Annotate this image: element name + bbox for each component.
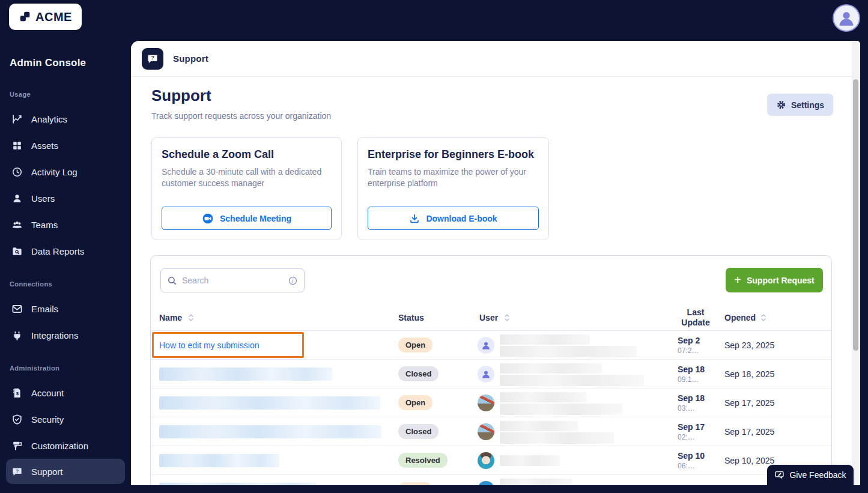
give-feedback-button[interactable]: Give Feedback [767,465,854,485]
scrollbar-track[interactable] [852,41,860,485]
sidebar-item-label: Activity Log [31,167,77,177]
main-panel: ? Support Support Track support requests… [131,41,860,485]
column-header-status[interactable]: Status [398,313,424,322]
person-avatar [478,337,494,354]
search-box [160,268,305,292]
table-header-row: Name Status User Last Update Opened [151,304,831,331]
request-name-link[interactable]: How to edit my submission [159,340,259,350]
sidebar-item-support[interactable]: ? Support [6,459,125,484]
table-row[interactable]: Resolved Sep 10 06:… Sep 10, 2025 [151,446,831,475]
sidebar-item-customization[interactable]: Customization [0,432,131,459]
users-icon [11,192,23,204]
settings-button[interactable]: Settings [767,94,833,116]
download-icon [409,213,420,224]
acme-logo[interactable]: ACME [9,4,82,30]
redacted-user-text [500,404,623,415]
redacted-name-text [159,454,279,467]
bridge-photo-avatar [478,423,494,440]
status-badge: Open [398,482,432,486]
sidebar-item-users[interactable]: Users [0,185,131,211]
sort-icon[interactable] [504,313,510,322]
last-update-time: 07:2… [678,346,714,355]
sidebar-item-data-reports[interactable]: Data Reports [0,238,131,264]
video-camera-icon [202,213,214,225]
plus-icon: + [734,274,741,286]
redacted-user-text [500,375,644,386]
redacted-user-text [500,479,572,485]
plug-icon [11,329,23,341]
settings-label: Settings [791,100,824,110]
sidebar-item-label: Support [31,467,63,477]
puzzle-blocks-icon [19,10,32,23]
scrollbar-thumb[interactable] [853,79,858,351]
schedule-meeting-button[interactable]: Schedule Meeting [162,207,332,230]
sidebar-item-label: Integrations [31,330,78,340]
table-row[interactable]: Closed Sep 17 02:… Sep 17, 2025 [151,417,831,446]
sort-icon[interactable] [760,313,766,322]
last-update-time: 03:… [678,404,714,413]
sort-icon[interactable] [188,313,194,322]
sidebar-item-label: Users [31,193,55,204]
column-header-opened[interactable]: Opened [724,313,756,322]
feedback-label: Give Feedback [789,470,846,480]
info-icon[interactable] [288,276,298,286]
status-badge: Open [398,337,432,352]
search-icon [167,276,177,286]
analytics-icon [11,113,23,125]
sidebar-item-security[interactable]: Security [0,406,131,432]
sidebar-item-label: Analytics [31,114,67,124]
redacted-name-text [159,396,380,410]
status-badge: Resolved [398,453,448,468]
shield-icon [11,413,23,425]
sidebar-item-assets[interactable]: Assets [0,132,131,159]
page-topbar: ? Support [131,41,860,77]
button-label: Download E-book [426,214,497,223]
sidebar-item-label: Customization [31,441,88,451]
activity-log-icon [11,166,23,178]
woman-cartoon-avatar [478,452,494,469]
sidebar-item-account[interactable]: $ Account [0,380,131,406]
person-avatar-blue [478,481,494,485]
billing-icon: $ [11,387,23,399]
redacted-name-text [159,425,381,438]
page-subtitle: Track support requests across your organ… [151,111,331,121]
sidebar-item-analytics[interactable]: Analytics [0,106,131,132]
sidebar-item-teams[interactable]: Teams [0,211,131,238]
topbar-title: Support [173,53,208,64]
support-request-button[interactable]: + Support Request [726,268,823,292]
column-header-name[interactable]: Name [159,313,182,322]
table-row[interactable]: Open Sep 2 [151,475,831,485]
sidebar-item-activity-log[interactable]: Activity Log [0,159,131,185]
sidebar-item-emails[interactable]: Emails [0,295,131,322]
paint-roller-icon [11,440,23,452]
section-label-connections: Connections [10,280,52,288]
sidebar-item-label: Data Reports [31,246,84,256]
search-input[interactable] [182,276,283,285]
table-row[interactable]: Open Sep 18 03:… Sep 17, 2025 [151,389,831,417]
last-update-date: Sep 10 [678,451,714,461]
opened-date: Sep 18, 2025 [714,369,831,379]
person-avatar [478,366,494,383]
table-row[interactable]: How to edit my submission Open Sep 2 07:… [151,331,831,360]
svg-text:?: ? [16,468,19,473]
column-header-user[interactable]: User [476,313,498,322]
last-update-time: 06:… [678,462,714,470]
sidebar-item-label: Security [31,414,64,425]
last-update-date: Sep 18 [678,393,714,403]
last-update-date: Sep 2 [678,484,714,485]
opened-date: Sep 10, 2025 [714,456,831,465]
redacted-user-text [500,392,587,402]
last-update-time: 09:1… [678,375,714,384]
profile-avatar[interactable] [833,4,860,32]
button-label: Schedule Meeting [220,214,291,223]
column-header-last-update[interactable]: Last Update [681,307,709,327]
last-update-date: Sep 2 [678,336,714,345]
zoom-call-card: Schedule a Zoom Call Schedule a 30-minut… [151,137,342,240]
redacted-user-text [500,455,560,466]
envelope-icon [11,303,23,315]
download-ebook-button[interactable]: Download E-book [368,207,539,230]
redacted-user-text [500,363,602,374]
table-row[interactable]: Closed Sep 18 09:1… Sep 18, 2025 [151,360,831,389]
redacted-user-text [500,421,578,431]
sidebar-item-integrations[interactable]: Integrations [0,322,131,348]
